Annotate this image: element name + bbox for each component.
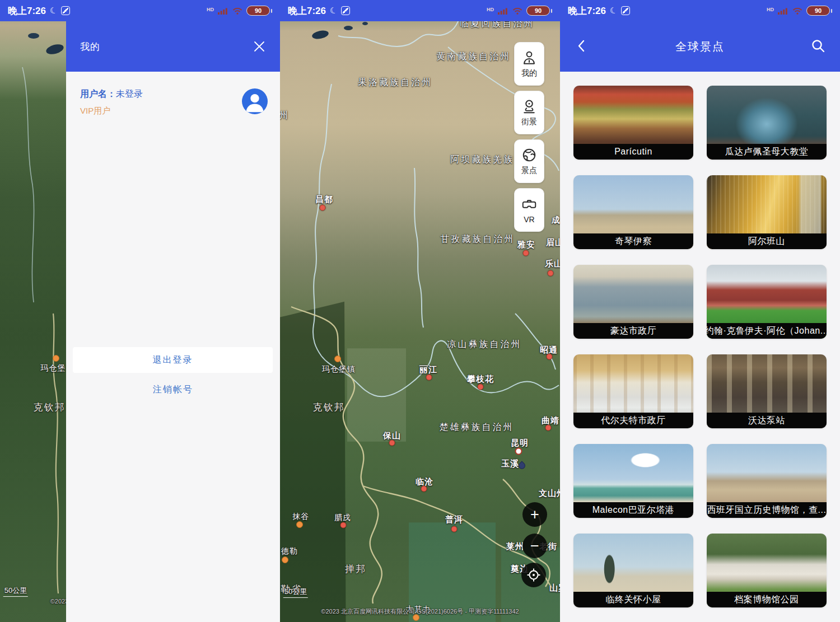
scenic-card-title: 沃达泵站 [707,413,827,428]
map-tool-street-button[interactable]: 街景 [514,91,544,134]
vr-icon [521,196,538,213]
map-tool-mine-button[interactable]: 我的 [514,42,544,86]
scenic-card[interactable]: 代尔夫特市政厅 [573,354,693,428]
map-label: 丽江 [419,364,437,375]
map-red-marker [451,526,458,532]
username-label: 用户名： [80,89,116,99]
map-label: 攀枝花 [467,374,494,385]
scenic-card[interactable]: 西班牙国立历史博物馆，查... [707,444,827,518]
screen-map: 临夏回族自治州黄南藏族自治州果洛藏族自治州州阿坝藏族羌族自治州昌都成甘孜藏族自治… [280,0,560,622]
user-info-block: 用户名：未登录 VIP用户 [80,88,266,116]
person-icon [521,49,538,66]
map-label: 普洱 [445,515,463,525]
status-bar: 晚上7:26 ☾ HD 90 [0,0,280,21]
hd-label: HD [767,7,774,12]
map-label: 掸邦 [345,563,366,576]
deregister-account-link[interactable]: 注销帐号 [66,384,280,396]
tool-label: VR [524,215,534,224]
map-label: 黄南藏族自治州 [437,51,511,63]
scenic-card[interactable]: 约翰·克鲁伊夫·阿伦（Johan... [707,265,827,339]
close-icon[interactable] [252,39,267,54]
scenic-card-title: Parícutin [573,144,693,160]
map-label: 50公里 [3,586,28,597]
map-orange-marker [53,355,59,362]
wifi-icon [232,7,243,15]
battery-level: 90 [246,6,270,16]
scenic-card-grid: Parícutin瓜达卢佩圣母大教堂奇琴伊察阿尔班山豪达市政厅约翰·克鲁伊夫·阿… [560,72,840,622]
hd-label: HD [487,7,494,12]
scenic-card[interactable]: 豪达市政厅 [573,265,693,339]
map-orange-marker [334,356,341,362]
moon-icon: ☾ [609,5,619,17]
map-label: 玉溪 [501,459,519,469]
moon-icon: ☾ [329,5,339,17]
map-label: 成 [552,215,560,226]
scenic-card[interactable]: 临终关怀小屋 [573,534,693,607]
map-label: 克钦邦 [34,401,66,414]
globe-icon [521,147,538,163]
screen-record-icon [61,6,70,15]
map-label: 昆明 [511,438,529,448]
screen-record-icon [341,6,350,15]
map-red-marker [389,440,395,446]
camera-icon [521,98,538,115]
signal-icon [217,7,228,15]
map-tools: 我的街景景点VR [514,42,544,232]
map-label: 昌都 [315,194,333,205]
map-tool-vr-button[interactable]: VR [514,188,544,232]
scenic-card[interactable]: 阿尔班山 [707,175,827,249]
vip-label: VIP用户 [80,106,143,116]
map-label: 莱州 [506,541,524,552]
search-icon[interactable] [809,36,828,55]
locate-button[interactable] [521,563,546,587]
scenic-card-title: 瓜达卢佩圣母大教堂 [707,144,827,160]
zoom-out-button[interactable]: − [522,534,547,558]
scenic-card-title: 临终关怀小屋 [573,592,693,607]
map-label: 眉山 [546,237,560,248]
zoom-in-button[interactable]: + [522,502,547,527]
map-orange-marker [296,521,303,528]
scenic-card[interactable]: Malecon巴亚尔塔港 [573,444,693,518]
map-orange-marker [282,556,288,563]
logout-button[interactable]: 退出登录 [73,347,273,373]
screen-global-scenic: 全球景点 Parícutin瓜达卢佩圣母大教堂奇琴伊察阿尔班山豪达市政厅约翰·克… [560,0,840,622]
scenic-card[interactable]: 档案博物馆公园 [707,534,827,607]
battery-icon: 90 [526,6,552,16]
map-label: 克钦邦 [313,401,345,414]
map-label: 甘孜藏族自治州 [441,233,515,245]
back-icon[interactable] [572,36,591,55]
wifi-icon [512,7,523,15]
map-label: 曲靖 [542,415,559,426]
map-red-marker [340,522,347,529]
scenic-card[interactable]: Parícutin [573,86,693,160]
scenic-card-title: 阿尔班山 [707,233,827,249]
scenic-card-title: 豪达市政厅 [573,323,693,339]
map-label: 果洛藏族自治州 [358,77,433,88]
map-label: 德勒 [281,546,298,556]
signal-icon [777,7,788,15]
map-scale: 50公里 [283,587,308,598]
poi-header: 全球景点 [560,21,840,72]
avatar [242,88,268,114]
map-red-marker [320,205,326,211]
map-label: 凉山彝族自治州 [447,339,522,350]
scenic-card-title: 代尔夫特市政厅 [573,413,693,428]
clock-time: 晚上7:26 [568,4,606,17]
screen-record-icon [621,6,630,15]
map-label: 腊戌 [334,513,351,523]
scenic-card[interactable]: 瓜达卢佩圣母大教堂 [707,86,827,160]
my-drawer-panel: 我的 用户名：未登录 VIP用户 退出登录 注销帐号 [66,21,280,622]
map-ring-marker [515,448,522,455]
map-red-marker [421,486,427,492]
scenic-card[interactable]: 沃达泵站 [707,354,827,428]
scenic-card-title: 奇琴伊察 [573,233,693,249]
scenic-card[interactable]: 奇琴伊察 [573,175,693,249]
signal-icon [497,7,508,15]
map-label: 山罗 [549,583,560,593]
page-title: 全球景点 [675,39,725,54]
map-tool-scenic-button[interactable]: 景点 [514,139,544,183]
clock-time: 晚上7:26 [288,4,326,17]
battery-icon: 90 [246,6,272,16]
tool-label: 我的 [521,68,537,78]
drawer-title: 我的 [80,40,100,53]
